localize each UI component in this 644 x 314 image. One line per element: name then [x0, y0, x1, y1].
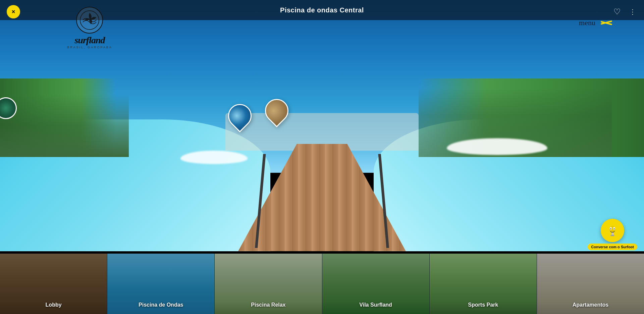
bottom-navigation: LobbyPiscina de OndasPiscina RelaxVila S… — [0, 254, 644, 314]
svg-point-5 — [610, 228, 611, 229]
pin-bubble-2 — [260, 94, 293, 127]
chatbot-label: Converse com o Surfoot — [588, 244, 637, 250]
nav-item-lobby[interactable]: Lobby — [0, 254, 107, 314]
trees-mid-left — [0, 94, 129, 157]
more-options-button[interactable]: ⋮ — [626, 5, 639, 18]
chatbot-face-icon — [605, 223, 620, 238]
chatbot-button[interactable]: Converse com o Surfoot — [588, 219, 637, 250]
nav-item-apartamentos[interactable]: Apartamentos — [537, 254, 644, 314]
nav-label-apartamentos: Apartamentos — [573, 302, 609, 308]
logo-icon — [79, 10, 100, 30]
pin-bubble-1 — [223, 99, 257, 133]
pin-image-2 — [266, 100, 287, 121]
nav-label-piscina-ondas: Piscina de Ondas — [139, 302, 183, 308]
nav-item-piscina-ondas[interactable]: Piscina de Ondas — [107, 254, 215, 314]
heart-button[interactable]: ♡ — [610, 5, 624, 18]
menu-button[interactable]: menu — [579, 18, 610, 27]
nav-label-lobby: Lobby — [46, 302, 62, 308]
svg-rect-8 — [610, 235, 614, 236]
location-pin-2[interactable] — [265, 99, 288, 122]
logo-brand-name: surfland — [67, 35, 112, 46]
svg-point-6 — [614, 228, 615, 229]
nav-label-piscina-relax: Piscina Relax — [251, 302, 285, 308]
logo-subtitle: BRASIL, GAROPABA — [67, 46, 112, 49]
brand-logo[interactable]: surfland BRASIL, GAROPABA — [67, 7, 112, 49]
nav-label-vila-surfland: Vila Surfland — [359, 302, 392, 308]
logo-circle — [76, 7, 103, 34]
menu-swoosh-icon — [599, 21, 610, 25]
pin-image-1 — [229, 105, 251, 126]
chatbot-icon — [601, 219, 624, 242]
svg-rect-7 — [611, 232, 613, 235]
nav-item-vila-surfland[interactable]: Vila Surfland — [322, 254, 430, 314]
location-pin-1[interactable] — [228, 104, 252, 127]
boardwalk — [238, 144, 406, 251]
nav-item-piscina-relax[interactable]: Piscina Relax — [215, 254, 322, 314]
wave-foam-left — [180, 151, 248, 164]
page-title: Piscina de ondas Central — [280, 6, 364, 14]
nav-label-sports-park: Sports Park — [468, 302, 498, 308]
close-button[interactable]: × — [7, 5, 20, 18]
menu-label: menu — [579, 18, 595, 27]
nav-item-sports-park[interactable]: Sports Park — [430, 254, 537, 314]
